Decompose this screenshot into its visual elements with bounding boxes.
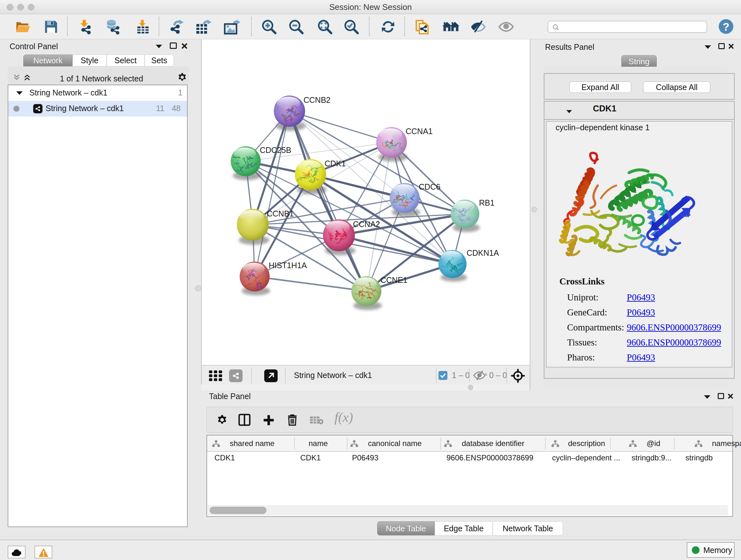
svg-text:CDC25B: CDC25B [260,145,291,154]
svg-text:HIST1H1A: HIST1H1A [269,261,307,270]
svg-text:CCNA2: CCNA2 [353,220,380,229]
svg-text:CCNA1: CCNA1 [406,127,433,136]
svg-text:RB1: RB1 [479,198,495,207]
svg-text:CCNB2: CCNB2 [304,96,331,105]
svg-text:CDK1: CDK1 [325,159,346,168]
svg-text:?: ? [723,21,730,33]
svg-text:CCNE1: CCNE1 [381,275,408,285]
svg-text:CDKN1A: CDKN1A [467,248,499,257]
svg-text:CCNB1: CCNB1 [267,209,294,218]
svg-text:CDC6: CDC6 [419,182,441,191]
